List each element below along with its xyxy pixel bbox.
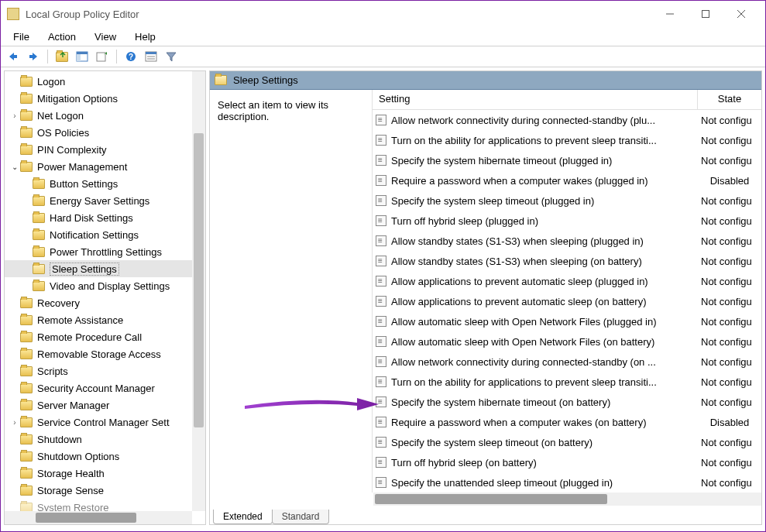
folder-icon bbox=[20, 111, 33, 121]
setting-row[interactable]: Turn on the ability for applications to … bbox=[373, 372, 761, 392]
tree-item[interactable]: Shutdown bbox=[5, 431, 205, 448]
setting-row[interactable]: Specify the system hibernate timeout (pl… bbox=[373, 150, 761, 170]
tree-item[interactable]: ⌄Power Management bbox=[5, 158, 205, 175]
setting-name: Allow network connectivity during connec… bbox=[391, 356, 656, 368]
tree-item[interactable]: Storage Sense bbox=[5, 482, 205, 499]
setting-row[interactable]: Specify the system sleep timeout (plugge… bbox=[373, 190, 761, 211]
filter-button[interactable] bbox=[162, 48, 180, 65]
collapse-icon[interactable]: ⌄ bbox=[9, 163, 20, 171]
svg-rect-8 bbox=[77, 54, 81, 61]
setting-row[interactable]: Allow applications to prevent automatic … bbox=[373, 271, 761, 291]
tree-item[interactable]: Security Account Manager bbox=[5, 379, 205, 396]
setting-row[interactable]: Turn off hybrid sleep (plugged in)Not co… bbox=[373, 211, 761, 231]
description-column: Select an item to view its description. bbox=[210, 90, 373, 493]
tree-item[interactable]: Removable Storage Access bbox=[5, 345, 205, 362]
column-header-state[interactable]: State bbox=[698, 90, 761, 109]
svg-rect-4 bbox=[13, 55, 17, 58]
setting-row[interactable]: Allow applications to prevent automatic … bbox=[373, 291, 761, 311]
detail-horizontal-scrollbar[interactable] bbox=[373, 493, 761, 506]
detail-header: Sleep Settings bbox=[210, 71, 761, 90]
setting-row[interactable]: Turn on the ability for applications to … bbox=[373, 130, 761, 150]
back-button[interactable] bbox=[4, 48, 22, 65]
tree-item[interactable]: Mitigation Options bbox=[5, 90, 205, 107]
tree-item[interactable]: ›Net Logon bbox=[5, 107, 205, 124]
tree-item[interactable]: Energy Saver Settings bbox=[5, 192, 205, 209]
menu-file[interactable]: File bbox=[5, 29, 37, 44]
expand-icon[interactable]: › bbox=[9, 112, 20, 120]
folder-icon bbox=[20, 162, 33, 172]
help-button[interactable]: ? bbox=[122, 48, 140, 65]
setting-row[interactable]: Require a password when a computer wakes… bbox=[373, 170, 761, 190]
show-hide-tree-button[interactable] bbox=[73, 48, 91, 65]
setting-name-cell: Allow network connectivity during connec… bbox=[373, 356, 698, 368]
minimize-button[interactable] bbox=[652, 2, 688, 26]
tree-item[interactable]: Power Throttling Settings bbox=[5, 243, 205, 260]
forward-button[interactable] bbox=[24, 48, 43, 65]
setting-name-cell: Turn off hybrid sleep (plugged in) bbox=[373, 215, 698, 227]
tree-item[interactable]: Storage Health bbox=[5, 465, 205, 482]
tree-item[interactable]: Hard Disk Settings bbox=[5, 209, 205, 226]
tree-item-label: Hard Disk Settings bbox=[50, 212, 133, 224]
setting-row[interactable]: Allow network connectivity during connec… bbox=[373, 352, 761, 372]
tree-item-label: Removable Storage Access bbox=[37, 348, 161, 360]
tree-vertical-scrollbar[interactable] bbox=[192, 71, 205, 511]
tree-item[interactable]: Remote Procedure Call bbox=[5, 328, 205, 345]
tab-extended[interactable]: Extended bbox=[213, 510, 273, 524]
tree-item-label: Sleep Settings bbox=[50, 263, 119, 276]
tree-item[interactable]: Button Settings bbox=[5, 175, 205, 192]
tree-horizontal-scrollbar[interactable] bbox=[5, 511, 192, 524]
menu-action[interactable]: Action bbox=[40, 29, 84, 44]
scrollbar-thumb[interactable] bbox=[375, 494, 607, 504]
scrollbar-thumb[interactable] bbox=[36, 513, 136, 523]
setting-row[interactable]: Allow automatic sleep with Open Network … bbox=[373, 331, 761, 352]
tree-item-label: Button Settings bbox=[50, 178, 118, 190]
tree-item[interactable]: Remote Assistance bbox=[5, 311, 205, 328]
tree-item[interactable]: Sleep Settings bbox=[5, 260, 205, 277]
tree[interactable]: LogonMitigation Options›Net LogonOS Poli… bbox=[5, 71, 205, 524]
tree-item-label: Logon bbox=[37, 76, 65, 88]
menu-help[interactable]: Help bbox=[127, 29, 163, 44]
setting-row[interactable]: Allow standby states (S1-S3) when sleepi… bbox=[373, 231, 761, 251]
setting-row[interactable]: Turn off hybrid sleep (on battery)Not co… bbox=[373, 452, 761, 472]
setting-row[interactable]: Specify the system hibernate timeout (on… bbox=[373, 392, 761, 412]
setting-name: Turn off hybrid sleep (on battery) bbox=[391, 457, 537, 469]
properties-button[interactable] bbox=[142, 48, 160, 65]
setting-row[interactable]: Specify the system sleep timeout (on bat… bbox=[373, 432, 761, 452]
setting-name: Specify the system hibernate timeout (pl… bbox=[391, 155, 612, 166]
description-text: Select an item to view its description. bbox=[218, 99, 328, 122]
tree-item[interactable]: Recovery bbox=[5, 294, 205, 311]
up-folder-button[interactable] bbox=[53, 48, 71, 65]
folder-icon bbox=[20, 434, 33, 444]
setting-state: Not configu bbox=[698, 376, 761, 388]
setting-row[interactable]: Allow network connectivity during connec… bbox=[373, 110, 761, 130]
setting-row[interactable]: Require a password when a computer wakes… bbox=[373, 412, 761, 432]
tree-item[interactable]: Shutdown Options bbox=[5, 448, 205, 465]
tree-item[interactable]: ›Service Control Manager Sett bbox=[5, 414, 205, 431]
toolbar: ? bbox=[1, 46, 765, 67]
tree-item[interactable]: OS Policies bbox=[5, 124, 205, 141]
tree-item[interactable]: Server Manager bbox=[5, 396, 205, 414]
window-controls bbox=[652, 2, 759, 26]
maximize-button[interactable] bbox=[688, 2, 723, 26]
tab-standard[interactable]: Standard bbox=[272, 510, 330, 524]
tree-item-label: Service Control Manager Sett bbox=[37, 417, 170, 428]
setting-row[interactable]: Allow automatic sleep with Open Network … bbox=[373, 311, 761, 331]
tree-item[interactable]: Notification Settings bbox=[5, 226, 205, 243]
export-list-button[interactable] bbox=[93, 48, 112, 65]
policy-icon bbox=[376, 396, 386, 407]
menubar: File Action View Help bbox=[1, 27, 765, 46]
content-area: LogonMitigation Options›Net LogonOS Poli… bbox=[1, 67, 765, 528]
expand-icon[interactable]: › bbox=[9, 418, 20, 427]
tree-item[interactable]: PIN Complexity bbox=[5, 141, 205, 158]
setting-row[interactable]: Specify the unattended sleep timeout (pl… bbox=[373, 472, 761, 493]
close-button[interactable] bbox=[723, 2, 759, 26]
menu-view[interactable]: View bbox=[87, 29, 124, 44]
app-icon bbox=[7, 8, 19, 20]
tree-item[interactable]: Logon bbox=[5, 73, 205, 90]
setting-row[interactable]: Allow standby states (S1-S3) when sleepi… bbox=[373, 251, 761, 271]
folder-icon bbox=[33, 281, 45, 291]
tree-item[interactable]: Scripts bbox=[5, 362, 205, 379]
tree-item[interactable]: Video and Display Settings bbox=[5, 277, 205, 294]
column-header-setting[interactable]: Setting bbox=[373, 90, 698, 109]
scrollbar-thumb[interactable] bbox=[194, 133, 204, 427]
